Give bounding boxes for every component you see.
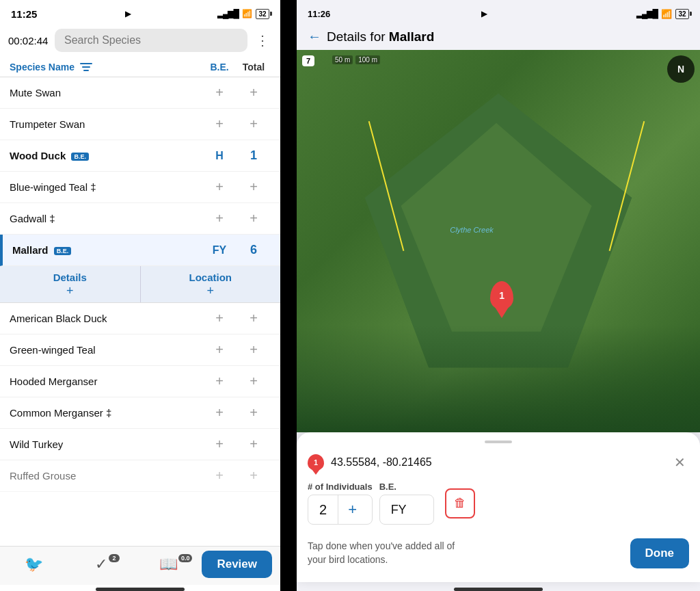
species-name: Blue-winged Teal ‡ [10, 181, 202, 193]
details-button[interactable]: Details + [0, 266, 141, 302]
map-background: Clythe Creek 1 7 50 m 100 m N [297, 50, 700, 432]
more-menu-button[interactable]: ⋮ [253, 32, 272, 49]
back-button[interactable]: ← [308, 29, 321, 44]
map-marker[interactable]: 1 [490, 281, 513, 310]
table-row[interactable]: Blue-winged Teal ‡ + + [0, 172, 280, 203]
species-name: Ruffed Grouse [10, 470, 202, 482]
species-column-header: Species Name [10, 62, 202, 73]
be-cell: + [202, 436, 237, 452]
total-cell: + [237, 373, 271, 389]
species-name: Mallard B.E. [12, 244, 202, 256]
table-row[interactable]: Wood Duck B.E. H 1 [0, 140, 280, 172]
species-name: Trumpeter Swan [10, 118, 202, 130]
location-button[interactable]: Location + [141, 266, 281, 302]
be-cell: + [202, 211, 237, 226]
tap-done-row: Tap done when you've added all of your b… [308, 536, 689, 568]
total-cell: + [237, 405, 271, 421]
species-name: Common Merganser ‡ [10, 407, 202, 419]
fields-row: # of Individuals 2 + B.E. FY 🗑 [308, 482, 689, 525]
right-status-icons: ▂▄▆█ 📶 32 [636, 9, 689, 19]
total-cell: + [237, 116, 271, 132]
signal-icon: ▂▄▆█ [217, 9, 239, 18]
individuals-plus-button[interactable]: + [338, 495, 366, 524]
wifi-icon: 📶 [242, 9, 252, 18]
table-row[interactable]: Wild Turkey + + [0, 429, 280, 460]
be-badge: B.E. [71, 153, 89, 161]
table-row[interactable]: Gadwall ‡ + + [0, 203, 280, 235]
review-button[interactable]: Review [202, 551, 272, 578]
left-panel: 11:25 ▶ ▂▄▆█ 📶 32 00:02:44 ⋮ Species Nam… [0, 0, 280, 591]
right-location-arrow: ▶ [481, 10, 487, 18]
right-time: 11:26 [308, 9, 330, 19]
bird-icon: 🐦 [25, 555, 43, 573]
table-row-selected[interactable]: Mallard B.E. FY 6 [0, 235, 280, 266]
table-row[interactable]: Trumpeter Swan + + [0, 109, 280, 140]
left-status-icons: ▂▄▆█ 📶 32 [217, 9, 269, 19]
panel-divider [280, 0, 297, 591]
total-column-header: Total [237, 62, 271, 73]
be-cell: + [202, 405, 237, 421]
close-location-button[interactable]: ✕ [670, 453, 689, 472]
checklist-badge: 2 [109, 554, 120, 562]
compass-icon: N [667, 55, 695, 83]
total-cell: + [237, 311, 271, 326]
be-badge: B.E. [54, 247, 72, 255]
species-name: Green-winged Teal [10, 344, 202, 356]
be-cell: + [202, 468, 237, 484]
left-location-arrow: ▶ [125, 10, 131, 18]
right-signal-icon: ▂▄▆█ [636, 9, 658, 18]
timer-display: 00:02:44 [8, 35, 49, 47]
scale-100m: 100 m [355, 55, 380, 64]
be-field[interactable]: FY [379, 495, 434, 525]
map-tile-label: 7 [302, 55, 314, 66]
home-indicator [96, 588, 185, 591]
bottom-sheet: 1 43.55584, -80.21465 ✕ # of Individuals… [297, 432, 700, 582]
left-time: 11:25 [11, 8, 37, 20]
nav-checklist-tab[interactable]: ✓ 2 [67, 555, 134, 573]
table-row[interactable]: Ruffed Grouse + + [0, 460, 280, 492]
total-cell: + [237, 85, 271, 101]
right-home-indicator [454, 588, 543, 591]
individuals-value: 2 [308, 495, 338, 524]
total-cell: + [237, 342, 271, 358]
scale-50m: 50 m [332, 55, 353, 64]
be-column-header: B.E. [202, 62, 237, 73]
be-field-label: B.E. [379, 482, 434, 492]
tap-done-instruction: Tap done when you've added all of your b… [308, 540, 472, 566]
page-title: Details for Mallard [327, 29, 434, 44]
species-name: Wild Turkey [10, 438, 202, 450]
species-name: Mute Swan [10, 87, 202, 98]
table-row[interactable]: Green-winged Teal + + [0, 334, 280, 366]
delete-button[interactable]: 🗑 [445, 488, 475, 518]
be-group: B.E. FY [379, 482, 434, 525]
species-name: Wood Duck B.E. [10, 150, 202, 161]
right-status-bar: 11:26 ▶ ▂▄▆█ 📶 32 [297, 0, 700, 25]
be-cell: FY [202, 244, 237, 257]
right-battery-icon: 32 [675, 9, 689, 19]
individuals-group: # of Individuals 2 + [308, 482, 373, 525]
right-wifi-icon: 📶 [661, 9, 672, 19]
individuals-field[interactable]: 2 + [308, 495, 373, 525]
table-row[interactable]: Common Merganser ‡ + + [0, 397, 280, 429]
map-scale-bar: 50 m 100 m [332, 55, 380, 64]
table-row[interactable]: American Black Duck + + [0, 303, 280, 334]
check-icon: ✓ [95, 555, 107, 573]
search-input[interactable] [55, 29, 247, 52]
map-view[interactable]: Clythe Creek 1 7 50 m 100 m N [297, 50, 700, 432]
be-cell: + [202, 373, 237, 389]
nav-bird-tab[interactable]: 🐦 [0, 555, 67, 573]
book-icon: 📖 [159, 555, 178, 573]
details-location-bar: Details + Location + [0, 266, 280, 303]
total-cell: + [237, 211, 271, 226]
total-cell: 6 [237, 243, 271, 257]
done-button[interactable]: Done [630, 538, 690, 568]
nav-book-tab[interactable]: 📖 0.0 [135, 555, 202, 573]
battery-icon: 32 [256, 9, 269, 19]
sheet-handle [485, 441, 512, 443]
filter-icon[interactable] [80, 62, 92, 72]
table-row[interactable]: Mute Swan + + [0, 77, 280, 109]
be-cell: + [202, 85, 237, 101]
coordinates-text: 43.55584, -80.21465 [331, 456, 663, 469]
table-row[interactable]: Hooded Merganser + + [0, 366, 280, 397]
creek-label: Clythe Creek [450, 226, 494, 234]
